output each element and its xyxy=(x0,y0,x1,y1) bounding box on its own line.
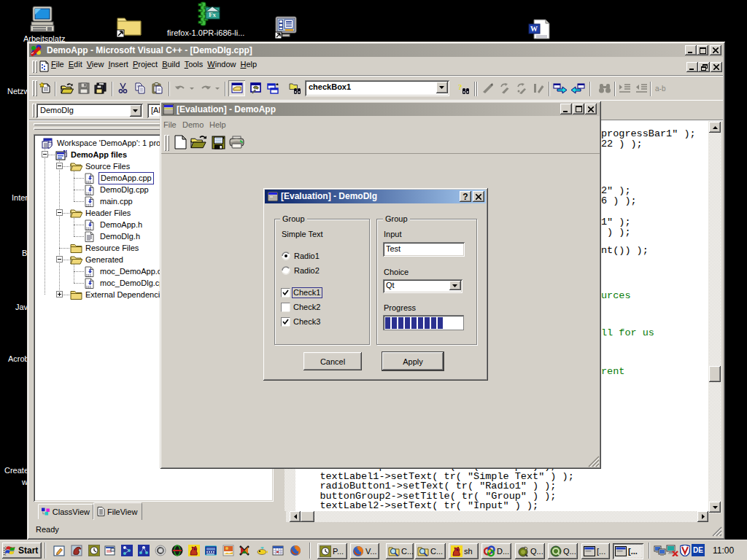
tray-lang-indicator[interactable]: DE xyxy=(692,544,705,556)
toolbar-search-files-button[interactable]: ? xyxy=(455,80,472,96)
task-button-5[interactable]: sh xyxy=(449,543,479,559)
mdi-minimize-button[interactable] xyxy=(686,62,698,72)
tray-network-computers-icon[interactable] xyxy=(654,545,666,556)
toolbar-cut-button[interactable] xyxy=(115,80,131,96)
main-title-bar[interactable]: DemoApp - Microsoft Visual C++ - [DemoDl… xyxy=(29,44,723,57)
choice-combo[interactable]: Qt xyxy=(383,279,462,293)
toolbar-wizard-action1-button[interactable] xyxy=(479,80,496,96)
combo-dropdown-button[interactable] xyxy=(449,281,461,290)
vscroll-down-button[interactable] xyxy=(709,502,721,513)
eval-save-button[interactable] xyxy=(210,134,227,150)
task-button-4[interactable]: C... xyxy=(415,543,446,559)
toolbar-redo-dropdown[interactable] xyxy=(214,80,221,96)
desktop-icon-my-computer[interactable]: Arbeitsplatz xyxy=(30,6,55,34)
tree-expander[interactable] xyxy=(56,209,63,216)
quick-launch-olive-clock-icon[interactable] xyxy=(88,545,100,556)
checkbox-check1[interactable]: Check1 xyxy=(281,288,339,298)
tree-item-label[interactable]: DemoApp.cpp xyxy=(98,172,154,184)
tray-clock[interactable]: 11:00 xyxy=(713,545,734,556)
task-button-9[interactable]: [... xyxy=(581,543,610,559)
desktop-icon-media-player[interactable] xyxy=(275,16,298,40)
toolbar-open-button[interactable] xyxy=(58,80,75,96)
eval-minimize-button[interactable] xyxy=(560,104,572,114)
quick-launch-dark-globe-icon[interactable] xyxy=(171,545,183,556)
tree-item-label[interactable]: DemoApp files xyxy=(69,149,128,160)
quick-launch-photo-icon[interactable] xyxy=(222,545,234,556)
task-button-7[interactable]: Q... xyxy=(515,543,545,559)
tray-shield-v-icon[interactable] xyxy=(680,545,692,556)
menu-item-tools[interactable]: Tools xyxy=(182,58,206,71)
menu-gripper[interactable] xyxy=(32,61,34,73)
radio-radio2[interactable]: Radio2 xyxy=(282,266,340,276)
mdi-close-button[interactable] xyxy=(711,62,722,72)
quick-launch-edit-pen-icon[interactable] xyxy=(53,545,65,556)
editor-vscrollbar[interactable] xyxy=(708,121,721,513)
quick-launch-network-blue2-icon[interactable] xyxy=(138,545,150,556)
maximize-button[interactable] xyxy=(697,45,708,55)
dialog-help-button[interactable]: ? xyxy=(460,191,471,202)
minimize-button[interactable] xyxy=(685,45,697,55)
eval-toolbar-gripper[interactable] xyxy=(164,135,166,151)
toolbar-find-next-button[interactable] xyxy=(596,80,613,96)
apply-button[interactable]: Apply xyxy=(382,352,444,370)
tab-classview[interactable]: ClassView xyxy=(38,504,93,519)
desktop-side-label[interactable]: Inter xyxy=(12,193,28,202)
desktop-side-label[interactable]: Jav xyxy=(15,303,28,311)
tree-item-label[interactable]: moc_DemoDlg.cpp xyxy=(98,278,170,289)
tree-item-label[interactable]: Header Files xyxy=(84,208,132,219)
vscroll-thumb[interactable] xyxy=(709,366,721,382)
tree-item-label[interactable]: External Dependencies xyxy=(84,289,170,300)
menu-item-view[interactable]: View xyxy=(85,58,107,71)
task-button-3[interactable]: C... xyxy=(386,543,414,559)
close-button[interactable] xyxy=(710,45,721,55)
quick-launch-network-blue-icon[interactable] xyxy=(121,545,133,556)
tree-expander[interactable] xyxy=(56,163,63,169)
toolbar-ab-button[interactable]: a-b xyxy=(653,80,670,96)
tree-item-label[interactable]: DemoDlg.cpp xyxy=(98,184,150,195)
eval-print-button[interactable] xyxy=(228,134,245,150)
quick-launch-silver-ring-icon[interactable] xyxy=(155,545,166,556)
desktop-icon-word-doc[interactable]: W xyxy=(528,19,550,39)
find-combo[interactable]: checkBox1 xyxy=(305,80,449,96)
desktop-side-label[interactable]: Acrob xyxy=(8,354,29,363)
toolbar-search-dialog-button[interactable] xyxy=(287,80,303,96)
checkbox-check2[interactable]: Check2 xyxy=(281,303,339,313)
toolbar-undo-dropdown[interactable] xyxy=(188,80,196,96)
menu-item-file[interactable]: File xyxy=(49,58,66,71)
toolbar-indent-button[interactable] xyxy=(616,80,633,96)
tree-item-label[interactable]: main.cpp xyxy=(98,196,134,207)
task-button-10[interactable]: [... xyxy=(613,543,643,559)
menu-item-edit[interactable]: Edit xyxy=(66,58,85,71)
toolbar-wizard-action2-button[interactable] xyxy=(496,80,513,96)
task-button-2[interactable]: V... xyxy=(350,543,379,559)
quick-launch-app-window-icon[interactable] xyxy=(104,545,116,556)
eval-title-bar[interactable]: [Evaluation] - DemoApp xyxy=(161,103,600,116)
tree-item-label[interactable]: Resource Files xyxy=(84,243,140,254)
toolbar-output-toggle-button[interactable] xyxy=(247,80,263,96)
desktop-side-label[interactable]: Create xyxy=(4,466,28,475)
quick-launch-flame-figure-icon[interactable] xyxy=(188,545,200,556)
eval-close-button[interactable] xyxy=(585,104,597,114)
toolbar-go-definition-button[interactable] xyxy=(551,80,568,96)
toolbar-workspace-toggle-button[interactable] xyxy=(228,80,245,96)
wizardbar-class-combo[interactable]: DemoDlg xyxy=(36,104,143,118)
toolbar-wizard-action3-button[interactable] xyxy=(513,80,530,96)
tree-item-label[interactable]: Source Files xyxy=(84,161,131,172)
desktop-side-label[interactable]: Netzw xyxy=(7,87,30,96)
toolbar-redo-button[interactable] xyxy=(197,80,214,96)
menu-item-build[interactable]: Build xyxy=(160,58,182,71)
menu-item-help[interactable]: Help xyxy=(238,58,259,71)
toolbar-save-button[interactable] xyxy=(75,80,92,96)
tree-expander[interactable] xyxy=(56,291,63,298)
toolbar-wizard-action4-button[interactable] xyxy=(530,80,546,96)
tree-item-label[interactable]: Generated xyxy=(84,254,125,265)
desktop-icon-folder[interactable] xyxy=(117,12,142,37)
resize-grip-icon[interactable] xyxy=(710,524,722,537)
combo-dropdown-button[interactable] xyxy=(436,82,448,93)
menu-gripper[interactable] xyxy=(35,61,37,73)
task-button-6[interactable]: D... xyxy=(481,543,511,559)
dialog-close-button[interactable] xyxy=(473,191,484,202)
cancel-button[interactable]: Cancel xyxy=(303,352,362,370)
tree-item-label[interactable]: DemoApp.h xyxy=(98,219,144,230)
menu-item-insert[interactable]: Insert xyxy=(106,58,131,71)
